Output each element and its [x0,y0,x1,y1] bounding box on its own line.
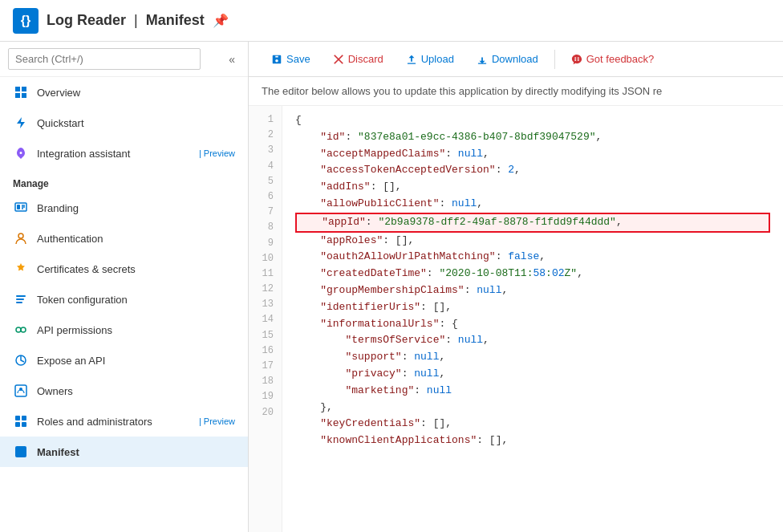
sidebar-item-quickstart-label: Quickstart [37,117,235,129]
svg-rect-10 [16,295,26,297]
svg-rect-26 [478,63,487,63]
line-number: 15 [249,328,282,343]
content-area: Save Discard Upload Download Got feedbac… [249,42,783,532]
svg-rect-22 [15,446,26,457]
sidebar-item-token[interactable]: Token configuration [0,284,248,315]
sidebar-item-owners[interactable]: Owners [0,376,248,406]
branding-icon [13,200,29,216]
line-number: 1 [249,112,282,128]
sidebar-item-expose-api-label: Expose an API [37,355,235,367]
sidebar-item-roles-label: Roles and administrators [37,416,199,428]
line-number: 14 [249,312,282,327]
code-content[interactable]: { "id": "837e8a01-e9cc-4386-b407-8bdf390… [282,106,783,532]
sidebar-item-roles[interactable]: Roles and administrators | Preview [0,406,248,437]
svg-rect-5 [17,205,20,209]
svg-rect-3 [22,93,26,98]
sidebar: « Overview Quickstart Integration assist… [0,42,249,532]
line-number: 7 [249,205,282,220]
code-line: "id": "837e8a01-e9cc-4386-b407-8bdf39047… [295,129,770,146]
svg-rect-19 [22,416,26,420]
collapse-button[interactable]: « [224,50,240,69]
roles-preview-badge: | Preview [199,416,235,426]
discard-button[interactable]: Discard [323,48,393,70]
sidebar-item-certs[interactable]: Certificates & secrets [0,254,248,284]
api-perm-icon [13,322,29,338]
download-button[interactable]: Download [467,48,548,70]
sidebar-item-manifest-label: Manifest [37,446,235,458]
line-number: 20 [249,405,282,420]
svg-rect-11 [16,298,24,300]
manifest-icon [13,444,29,460]
code-line: { [295,112,770,129]
sidebar-item-overview-label: Overview [37,87,235,99]
toolbar-divider [554,50,555,69]
pin-icon[interactable]: 📌 [213,13,229,28]
code-line: "knownClientApplications": [], [295,433,770,449]
line-number: 17 [249,359,282,374]
search-bar: « [0,42,248,77]
sidebar-item-branding[interactable]: Branding [0,193,248,223]
code-line: }, [295,400,770,416]
token-icon [13,291,29,307]
expose-icon [13,352,29,368]
toolbar: Save Discard Upload Download Got feedbac… [249,42,783,77]
app-icon: {} [13,8,39,34]
editor-area[interactable]: 1234567891011121314151617181920 { "id": … [249,106,783,532]
sidebar-item-authentication[interactable]: Authentication [0,223,248,254]
line-number: 5 [249,174,282,189]
line-number: 9 [249,236,282,251]
code-line: "allowPublicClient": null, [295,196,770,213]
svg-rect-25 [407,63,416,63]
sidebar-item-branding-label: Branding [37,202,235,214]
line-number: 3 [249,143,282,158]
sidebar-item-api-permissions[interactable]: API permissions [0,315,248,345]
sidebar-item-manifest[interactable]: Manifest [0,437,248,467]
rocket-icon [13,145,29,161]
main-layout: « Overview Quickstart Integration assist… [0,42,783,532]
svg-rect-1 [22,87,26,91]
lightning-icon [13,115,29,131]
svg-point-14 [21,327,26,332]
svg-point-17 [19,388,22,391]
line-number: 16 [249,343,282,359]
sidebar-item-expose-api[interactable]: Expose an API [0,345,248,376]
svg-rect-20 [15,422,20,427]
sidebar-item-authentication-label: Authentication [37,233,235,245]
line-number: 11 [249,266,282,282]
code-line: "identifierUris": [], [295,299,770,316]
line-number: 4 [249,159,282,174]
code-line: "oauth2AllowUrlPathMatching": false, [295,249,770,266]
sidebar-item-certs-label: Certificates & secrets [37,263,235,275]
app-header: {} Log Reader | Manifest 📌 [0,0,783,42]
sidebar-item-quickstart[interactable]: Quickstart [0,108,248,138]
svg-rect-18 [15,416,20,420]
upload-button[interactable]: Upload [396,48,464,70]
code-line: "termsOfService": null, [295,332,770,349]
search-input[interactable] [8,48,201,70]
feedback-button[interactable]: Got feedback? [562,48,664,70]
sidebar-item-overview[interactable]: Overview [0,77,248,108]
svg-rect-21 [22,422,26,427]
svg-rect-0 [15,87,20,91]
save-button[interactable]: Save [262,48,320,70]
line-number: 10 [249,251,282,266]
owners-icon [13,383,29,399]
sidebar-item-api-perm-label: API permissions [37,324,235,336]
code-line: "keyCredentials": [], [295,416,770,433]
manage-section-header: Manage [0,169,248,193]
sidebar-item-token-label: Token configuration [37,294,235,306]
svg-point-13 [16,327,21,332]
code-line: "accessTokenAcceptedVersion": 2, [295,162,770,179]
code-line: "appId": "2b9a9378-dff2-49af-8878-f1fdd9… [295,213,770,233]
code-line: "informationalUrls": { [295,316,770,333]
sidebar-item-integration-label: Integration assistant [37,148,199,160]
auth-icon [13,230,29,246]
description-bar: The editor below allows you to update th… [249,77,783,106]
sidebar-item-integration[interactable]: Integration assistant | Preview [0,138,248,169]
line-number: 2 [249,128,282,143]
line-number: 12 [249,282,282,297]
svg-rect-2 [15,93,20,98]
line-number: 6 [249,189,282,205]
code-line: "groupMembershipClaims": null, [295,282,770,299]
grid-icon [13,84,29,100]
